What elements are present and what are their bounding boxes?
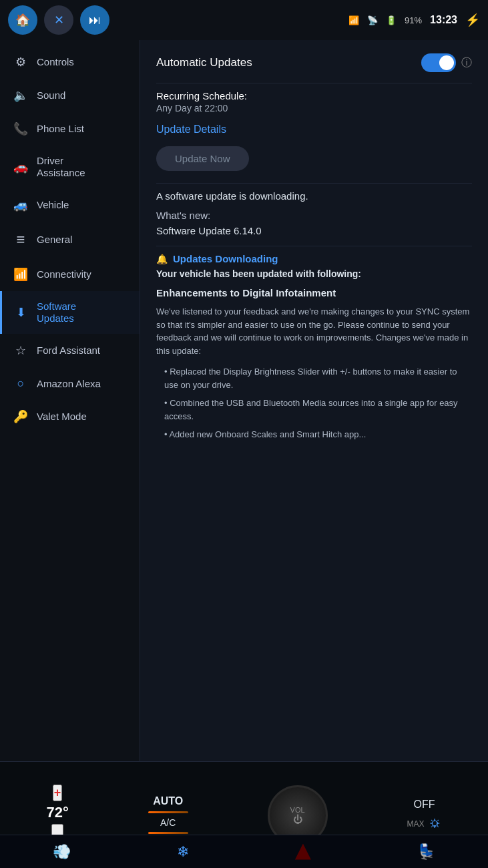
toggle-knob [439, 55, 454, 70]
home-button[interactable]: 🏠 [8, 5, 37, 35]
battery-icon: 🔋 [386, 15, 397, 25]
temp-plus-button[interactable]: + [53, 785, 63, 801]
enhancement-body: We've listened to your feedback and we'r… [156, 305, 472, 357]
whats-new-label: What's new: [156, 210, 472, 221]
sidebar: ⚙ Controls 🔈 Sound 📞 Phone List 🚗 Driver… [0, 40, 140, 761]
downloading-label: Updates Downloading [173, 253, 278, 264]
sidebar-item-sound[interactable]: 🔈 Sound [0, 79, 140, 112]
sidebar-label-vehicle: Vehicle [37, 199, 69, 211]
divider-1 [156, 83, 472, 83]
air-dist-icon[interactable]: ❄ [177, 843, 189, 861]
divider-3 [156, 246, 472, 246]
controls-icon: ⚙ [13, 55, 29, 69]
sidebar-item-software-updates[interactable]: ⬇ Software Updates [0, 291, 140, 334]
sidebar-item-vehicle[interactable]: 🚙 Vehicle [0, 188, 140, 222]
sidebar-label-ford-assistant: Ford Assistant [37, 345, 100, 357]
alexa-icon: ○ [13, 377, 29, 391]
hazard-button[interactable] [295, 844, 311, 860]
sidebar-label-phone: Phone List [37, 123, 84, 135]
connectivity-icon: 📶 [13, 267, 29, 282]
vol-label: VOL [290, 806, 305, 814]
software-updates-icon: ⬇ [13, 305, 29, 320]
schedule-label: Recurring Schedule: [156, 90, 247, 101]
fan-icon: ⛭ [429, 816, 442, 831]
sidebar-label-connectivity: Connectivity [37, 268, 91, 280]
sidebar-label-software-updates: Software Updates [37, 300, 76, 324]
sidebar-label-sound: Sound [37, 89, 65, 101]
update-now-button[interactable]: Update Now [156, 146, 249, 171]
automatic-updates-toggle[interactable] [421, 53, 456, 72]
update-details-link[interactable]: Update Details [156, 124, 472, 136]
temp-value: 72° [46, 804, 68, 821]
top-bar: 🏠 ✕ ⏭ 📶 📡 🔋 91% 13:23 ⚡ [0, 0, 488, 40]
downloading-header: 🔔 Updates Downloading [156, 253, 472, 264]
software-version: Software Update 6.14.0 [156, 225, 472, 236]
fan-control-icon[interactable]: 💨 [53, 843, 71, 861]
close-button[interactable]: ✕ [44, 5, 73, 35]
sidebar-item-amazon-alexa[interactable]: ○ Amazon Alexa [0, 367, 140, 400]
sidebar-label-controls: Controls [37, 56, 74, 68]
sidebar-item-ford-assistant[interactable]: ☆ Ford Assistant [0, 334, 140, 367]
top-bar-status: 📶 📡 🔋 91% 13:23 ⚡ [348, 13, 480, 27]
bullet-item-1: Replaced the Display Brightness Slider w… [156, 365, 472, 391]
wifi-icon: 📶 [348, 15, 359, 25]
info-icon[interactable]: ⓘ [461, 56, 472, 70]
bullet-item-3: Added new Onboard Scales and Smart Hitch… [156, 428, 472, 441]
vehicle-updated-text: Your vehicle has been updated with follo… [156, 268, 472, 279]
content-area: Automatic Updates ⓘ Recurring Schedule: … [140, 40, 488, 761]
sidebar-item-connectivity[interactable]: 📶 Connectivity [0, 258, 140, 291]
bell-icon: 🔔 [156, 254, 168, 264]
schedule-value: Any Day at 22:00 [156, 103, 228, 114]
driver-assistance-icon: 🚗 [13, 160, 29, 174]
sidebar-label-valet: Valet Mode [37, 411, 87, 423]
bullet-item-2: Combined the USB and Bluetooth Media sou… [156, 397, 472, 423]
bottom-icon-row: 💨 ❄ 💺 [0, 835, 488, 868]
sidebar-item-controls[interactable]: ⚙ Controls [0, 45, 140, 79]
ford-assistant-icon: ☆ [13, 343, 29, 358]
sidebar-item-valet-mode[interactable]: 🔑 Valet Mode [0, 400, 140, 433]
seat-heat-icon[interactable]: 💺 [417, 843, 435, 861]
phone-icon: 📞 [13, 122, 29, 136]
sidebar-item-phone-list[interactable]: 📞 Phone List [0, 112, 140, 146]
main-layout: ⚙ Controls 🔈 Sound 📞 Phone List 🚗 Driver… [0, 40, 488, 761]
battery-level: 91% [405, 15, 422, 25]
vehicle-icon: 🚙 [13, 198, 29, 212]
ac-label: A/C [160, 817, 176, 828]
power-icon: ⏻ [293, 814, 302, 825]
auto-label: AUTO [153, 795, 183, 807]
sidebar-label-amazon-alexa: Amazon Alexa [37, 378, 101, 390]
time-display: 13:23 [430, 14, 457, 26]
automatic-updates-row: Automatic Updates ⓘ [156, 53, 472, 72]
sidebar-label-driver-assistance: Driver Assistance [37, 155, 85, 179]
toggle-info-row: ⓘ [421, 53, 472, 72]
valet-icon: 🔑 [13, 409, 29, 424]
max-label: MAX [407, 819, 425, 829]
sidebar-label-general: General [37, 234, 72, 246]
enhancement-title: Enhancements to Digital Infotainment [156, 287, 472, 298]
divider-2 [156, 183, 472, 184]
sidebar-item-driver-assistance[interactable]: 🚗 Driver Assistance [0, 146, 140, 188]
lightning-icon: ⚡ [465, 13, 480, 27]
off-label: OFF [414, 799, 435, 811]
general-icon: ≡ [13, 231, 29, 248]
auto-ac-section: AUTO A/C [148, 795, 188, 835]
sidebar-item-general[interactable]: ≡ General [0, 222, 140, 258]
sound-icon: 🔈 [13, 88, 29, 103]
automatic-updates-label: Automatic Updates [156, 56, 252, 69]
media-button[interactable]: ⏭ [80, 5, 109, 35]
schedule-section: Recurring Schedule: Any Day at 22:00 [156, 90, 472, 114]
status-text: A software update is downloading. [156, 190, 472, 202]
signal-icon: 📡 [367, 15, 378, 25]
top-bar-buttons: 🏠 ✕ ⏭ [8, 5, 109, 35]
